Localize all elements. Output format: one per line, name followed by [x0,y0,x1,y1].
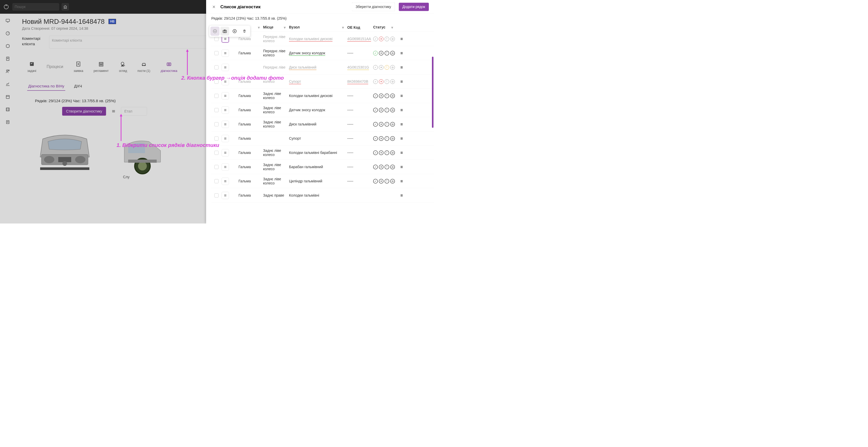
row-more-button[interactable] [400,151,403,154]
svg-marker-129 [120,114,122,116]
cell-node: Колодки гальмівні барабанні [289,150,347,155]
row-burger-button[interactable] [222,149,229,156]
popup-add-button[interactable] [230,27,239,36]
row-more-button[interactable] [400,179,403,183]
row-checkbox[interactable] [214,65,219,69]
cell-oe: ----- [347,51,373,55]
row-checkbox[interactable] [214,179,219,183]
cell-node: Барабан гальмівний [289,165,347,169]
arrow-2 [185,49,189,76]
row-burger-button[interactable] [222,106,229,113]
popup-delete-button[interactable] [240,27,249,36]
row-burger-button[interactable] [222,163,229,170]
table-row: Гальма Супорт ----- ✓✕!⊖ [211,131,434,146]
row-more-button[interactable] [400,37,403,41]
status-icons[interactable]: ✓✕!⊖ [373,136,395,141]
cell-part: Гальма [239,94,263,98]
cell-place: Заднє ліве колесо [263,163,289,171]
status-icons[interactable]: ✓✕!⊖ [373,179,395,183]
row-more-button[interactable] [400,94,403,98]
cell-place: Переднє ліве колесо [263,49,289,57]
annotation-2: 2. Кнопка бургер →опція додати фото [181,75,284,81]
cell-part: Гальма [239,37,263,41]
cell-part: Гальма [239,51,263,55]
cell-oe: ----- [347,179,373,183]
cell-part: Гальма [239,165,263,169]
cell-place: Переднє ліве колесо [263,35,289,43]
row-checkbox[interactable] [214,108,219,112]
svg-point-52 [224,31,225,32]
row-burger-button[interactable] [222,92,229,99]
status-icons[interactable]: ✓✕!⊖ [373,79,395,84]
cell-node: Супорт [289,79,347,83]
arrow-1 [119,114,123,142]
diagnostics-panel: Список діагностик Зберегти діагностику Д… [206,0,434,224]
filter-icon[interactable]: ▾ [391,25,394,30]
cell-place: Заднє ліве колесо [263,106,289,114]
filter-icon[interactable]: ▾ [342,25,345,30]
table-row: Переднє ліве Диск гальмівний 4G0615301G … [211,60,434,74]
cell-node: Датчик зносу колодок [289,51,347,55]
row-burger-button[interactable] [222,192,229,199]
add-row-button[interactable]: Додати рядок [399,3,429,11]
annotation-1: 1. Відкрити список рядків діагностики [117,142,219,148]
cell-oe: ----- [347,94,373,98]
save-diagnostic-button[interactable]: Зберегти діагностику [352,3,395,11]
row-burger-button[interactable] [222,121,229,128]
cell-oe: ----- [347,165,373,169]
row-checkbox[interactable] [214,94,219,98]
row-more-button[interactable] [400,123,403,126]
panel-summary: Рядків: 29/124 (23%) Час: 13.7/55.8 хв. … [206,14,434,21]
scrollbar-thumb[interactable] [432,57,433,128]
cell-oe: 4G0615301G [347,65,373,69]
row-burger-button[interactable] [222,64,229,71]
status-icons[interactable]: ✓✕!⊖ [373,93,395,98]
cell-place: Заднє ліве колесо [263,177,289,185]
row-checkbox[interactable] [214,193,219,197]
row-more-button[interactable] [400,137,403,140]
status-icons[interactable]: ✓✕!⊖ [373,65,395,70]
row-checkbox[interactable] [214,51,219,55]
row-checkbox[interactable] [214,37,219,41]
row-burger-button[interactable] [222,49,229,57]
cell-place: Переднє ліве [263,65,289,69]
panel-close-button[interactable] [211,4,216,9]
row-more-button[interactable] [400,165,403,169]
cell-place: Заднє ліве колесо [263,92,289,100]
cell-node: Диск гальмівний [289,122,347,126]
popup-comment-button[interactable] [211,27,219,36]
table-row: Гальма Заднє ліве колесо Барабан гальмів… [211,160,434,174]
filter-icon[interactable]: ▾ [284,25,287,30]
status-icons[interactable]: ✓✕!⊖ [373,150,395,155]
cell-place: Заднє ліве колесо [263,120,289,128]
svg-point-48 [214,31,214,32]
cell-part: Гальма [239,108,263,112]
cell-part: Гальма [239,179,263,183]
row-burger-button[interactable] [222,177,229,185]
row-more-button[interactable] [400,108,403,112]
row-more-button[interactable] [400,65,403,69]
cell-part: Гальма [239,122,263,126]
status-icons[interactable]: ✓✕!⊖ [373,165,395,169]
table-row: Гальма Заднє ліве колесо Колодки гальмів… [211,89,434,103]
row-checkbox[interactable] [214,150,219,155]
row-checkbox[interactable] [214,165,219,169]
cell-oe: 4G0698151AA [347,37,373,41]
cell-place: Заднє ліве колесо [263,148,289,157]
filter-icon[interactable]: ▾ [258,25,261,30]
row-more-button[interactable] [400,51,403,55]
cell-part: Гальма [239,193,263,197]
svg-marker-131 [186,49,189,52]
row-checkbox[interactable] [214,136,219,140]
row-checkbox[interactable] [214,122,219,126]
row-more-button[interactable] [400,80,403,83]
cell-node: Циліндр гальмівний [289,179,347,183]
status-icons[interactable]: ✓✕!⊖ [373,51,395,55]
row-more-button[interactable] [400,194,403,197]
row-burger-button[interactable] [222,135,229,142]
cell-node: Датчик зносу колодок [289,108,347,112]
popup-camera-button[interactable] [220,27,229,36]
status-icons[interactable]: ✓✕!⊖ [373,36,395,41]
status-icons[interactable]: ✓✕!⊖ [373,108,395,112]
status-icons[interactable]: ✓✕!⊖ [373,122,395,127]
